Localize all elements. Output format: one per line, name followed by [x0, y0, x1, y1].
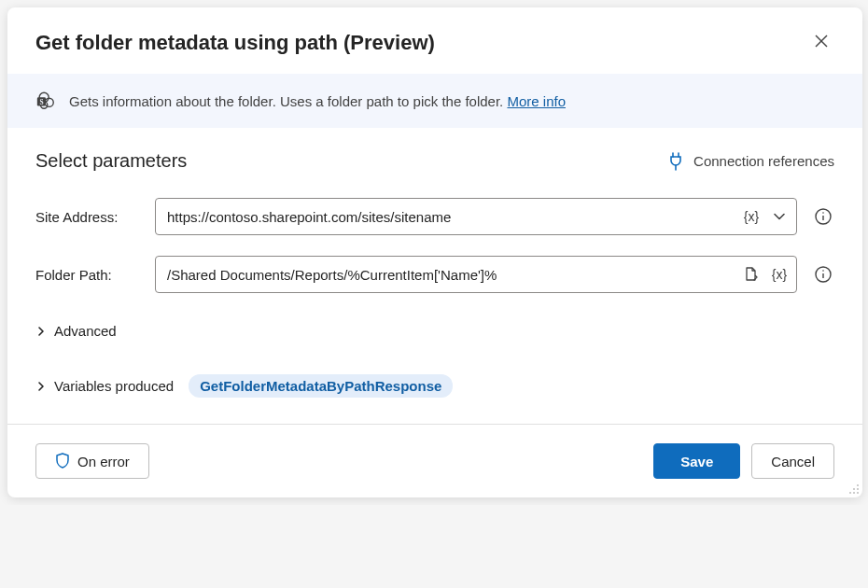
section-header-row: Select parameters Connection references [35, 150, 834, 172]
save-button[interactable]: Save [653, 443, 740, 479]
advanced-toggle[interactable]: Advanced [35, 314, 834, 348]
svg-point-21 [857, 492, 859, 494]
more-info-link[interactable]: More info [507, 93, 566, 109]
sharepoint-icon: S [35, 91, 56, 111]
shield-icon [55, 453, 70, 469]
svg-text:S: S [39, 98, 43, 106]
info-text-content: Gets information about the folder. Uses … [69, 93, 507, 109]
folder-path-row: Folder Path: /Shared Documents/Reports/%… [35, 256, 834, 293]
svg-point-20 [853, 492, 855, 494]
info-icon [815, 266, 832, 283]
site-address-help[interactable] [812, 205, 834, 228]
on-error-label: On error [77, 454, 130, 469]
chevron-down-icon [773, 210, 786, 223]
svg-point-12 [822, 212, 824, 214]
variables-produced-label: Variables produced [54, 378, 174, 394]
svg-point-18 [857, 488, 859, 490]
info-text: Gets information about the folder. Uses … [69, 93, 566, 109]
file-picker-icon [743, 266, 760, 283]
folder-path-label: Folder Path: [35, 267, 140, 283]
footer-actions: Save Cancel [653, 443, 834, 479]
dialog-title: Get folder metadata using path (Preview) [35, 31, 435, 55]
chevron-right-icon [35, 381, 47, 392]
site-address-row: Site Address: https://contoso.sharepoint… [35, 198, 834, 235]
plug-icon [667, 152, 684, 171]
connection-references-label: Connection references [693, 153, 834, 169]
dialog-footer: On error Save Cancel [7, 424, 862, 497]
site-address-value: https://contoso.sharepoint.com/sites/sit… [167, 209, 735, 225]
folder-path-help[interactable] [812, 263, 834, 286]
dialog-body: Select parameters Connection references … [7, 128, 862, 424]
resize-grip[interactable] [847, 482, 860, 495]
folder-path-input[interactable]: /Shared Documents/Reports/%CurrentItem['… [155, 256, 797, 293]
variable-picker-icon[interactable]: {x} [740, 205, 763, 228]
variables-produced-toggle[interactable]: Variables produced GetFolderMetadataByPa… [35, 365, 834, 407]
info-icon [815, 208, 832, 225]
chevron-right-icon [35, 326, 47, 337]
on-error-button[interactable]: On error [35, 443, 149, 479]
variable-chip[interactable]: GetFolderMetadataByPathResponse [189, 374, 453, 398]
cancel-button[interactable]: Cancel [751, 443, 834, 479]
advanced-label: Advanced [54, 323, 117, 339]
info-banner: S Gets information about the folder. Use… [7, 74, 862, 128]
connection-references[interactable]: Connection references [667, 152, 834, 171]
svg-point-17 [853, 488, 855, 490]
svg-point-19 [849, 492, 851, 494]
section-title: Select parameters [35, 150, 187, 172]
variable-picker-icon[interactable]: {x} [768, 263, 791, 286]
dropdown-button[interactable] [768, 205, 791, 228]
site-address-label: Site Address: [35, 209, 140, 225]
svg-point-15 [822, 270, 824, 272]
dialog: Get folder metadata using path (Preview)… [7, 7, 862, 497]
site-address-input[interactable]: https://contoso.sharepoint.com/sites/sit… [155, 198, 797, 235]
folder-path-value: /Shared Documents/Reports/%CurrentItem['… [167, 267, 735, 283]
file-picker-button[interactable] [740, 263, 763, 286]
close-icon [814, 34, 829, 49]
svg-point-16 [857, 484, 859, 486]
close-button[interactable] [808, 28, 834, 57]
dialog-header: Get folder metadata using path (Preview) [7, 7, 862, 74]
